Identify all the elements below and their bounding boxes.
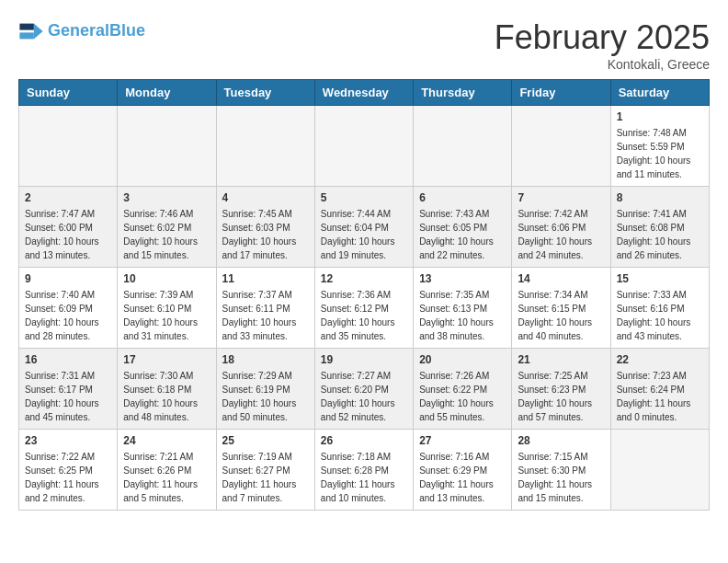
day-info: Sunrise: 7:37 AM Sunset: 6:11 PM Dayligh… xyxy=(222,288,309,343)
day-number: 8 xyxy=(617,191,703,204)
logo-text: GeneralBlue xyxy=(48,22,145,40)
day-number: 27 xyxy=(419,434,506,447)
month-title: February 2025 xyxy=(495,18,710,57)
calendar-week-row: 1Sunrise: 7:48 AM Sunset: 5:59 PM Daylig… xyxy=(19,106,710,187)
calendar-day-cell: 11Sunrise: 7:37 AM Sunset: 6:11 PM Dayli… xyxy=(216,268,314,349)
calendar-day-cell: 15Sunrise: 7:33 AM Sunset: 6:16 PM Dayli… xyxy=(610,268,709,349)
calendar-day-cell: 8Sunrise: 7:41 AM Sunset: 6:08 PM Daylig… xyxy=(610,187,709,268)
calendar-day-cell: 5Sunrise: 7:44 AM Sunset: 6:04 PM Daylig… xyxy=(314,187,413,268)
calendar-week-row: 16Sunrise: 7:31 AM Sunset: 6:17 PM Dayli… xyxy=(19,349,710,430)
day-number: 2 xyxy=(25,191,111,204)
day-info: Sunrise: 7:44 AM Sunset: 6:04 PM Dayligh… xyxy=(321,207,407,262)
day-info: Sunrise: 7:25 AM Sunset: 6:23 PM Dayligh… xyxy=(518,369,604,424)
day-number: 10 xyxy=(123,272,210,285)
weekday-header: Monday xyxy=(118,80,216,106)
svg-rect-3 xyxy=(19,32,33,39)
day-number: 26 xyxy=(321,434,407,447)
calendar-day-cell: 12Sunrise: 7:36 AM Sunset: 6:12 PM Dayli… xyxy=(314,268,413,349)
weekday-header: Saturday xyxy=(610,80,709,106)
day-number: 6 xyxy=(419,191,506,204)
calendar-day-cell: 3Sunrise: 7:46 AM Sunset: 6:02 PM Daylig… xyxy=(118,187,216,268)
weekday-header: Tuesday xyxy=(216,80,314,106)
calendar-day-cell: 7Sunrise: 7:42 AM Sunset: 6:06 PM Daylig… xyxy=(512,187,610,268)
calendar-day-cell xyxy=(414,106,512,187)
calendar-day-cell: 26Sunrise: 7:18 AM Sunset: 6:28 PM Dayli… xyxy=(314,430,413,511)
page-header: GeneralBlue February 2025 Kontokali, Gre… xyxy=(18,18,710,72)
day-info: Sunrise: 7:34 AM Sunset: 6:15 PM Dayligh… xyxy=(518,288,604,343)
calendar-day-cell: 28Sunrise: 7:15 AM Sunset: 6:30 PM Dayli… xyxy=(512,430,610,511)
calendar-day-cell: 25Sunrise: 7:19 AM Sunset: 6:27 PM Dayli… xyxy=(216,430,314,511)
calendar-day-cell: 14Sunrise: 7:34 AM Sunset: 6:15 PM Dayli… xyxy=(512,268,610,349)
day-number: 9 xyxy=(25,272,111,285)
calendar-day-cell: 21Sunrise: 7:25 AM Sunset: 6:23 PM Dayli… xyxy=(512,349,610,430)
day-info: Sunrise: 7:29 AM Sunset: 6:19 PM Dayligh… xyxy=(222,369,309,424)
calendar-day-cell: 18Sunrise: 7:29 AM Sunset: 6:19 PM Dayli… xyxy=(216,349,314,430)
day-number: 22 xyxy=(617,353,703,366)
day-number: 13 xyxy=(419,272,506,285)
logo: GeneralBlue xyxy=(18,18,145,44)
day-number: 19 xyxy=(321,353,407,366)
day-number: 25 xyxy=(222,434,309,447)
day-number: 15 xyxy=(617,272,703,285)
day-info: Sunrise: 7:39 AM Sunset: 6:10 PM Dayligh… xyxy=(123,288,210,343)
calendar-week-row: 9Sunrise: 7:40 AM Sunset: 6:09 PM Daylig… xyxy=(19,268,710,349)
day-number: 24 xyxy=(123,434,210,447)
day-info: Sunrise: 7:19 AM Sunset: 6:27 PM Dayligh… xyxy=(222,450,309,505)
calendar-day-cell xyxy=(512,106,610,187)
logo-icon xyxy=(18,18,44,44)
day-info: Sunrise: 7:16 AM Sunset: 6:29 PM Dayligh… xyxy=(419,450,506,505)
calendar-day-cell: 22Sunrise: 7:23 AM Sunset: 6:24 PM Dayli… xyxy=(610,349,709,430)
weekday-header: Sunday xyxy=(19,80,118,106)
location: Kontokali, Greece xyxy=(495,57,710,72)
day-info: Sunrise: 7:23 AM Sunset: 6:24 PM Dayligh… xyxy=(617,369,703,424)
day-info: Sunrise: 7:33 AM Sunset: 6:16 PM Dayligh… xyxy=(617,288,703,343)
calendar-day-cell xyxy=(118,106,216,187)
weekday-header: Friday xyxy=(512,80,610,106)
day-number: 21 xyxy=(518,353,604,366)
day-info: Sunrise: 7:21 AM Sunset: 6:26 PM Dayligh… xyxy=(123,450,210,505)
calendar-week-row: 2Sunrise: 7:47 AM Sunset: 6:00 PM Daylig… xyxy=(19,187,710,268)
day-number: 7 xyxy=(518,191,604,204)
calendar-day-cell xyxy=(19,106,118,187)
calendar-day-cell: 10Sunrise: 7:39 AM Sunset: 6:10 PM Dayli… xyxy=(118,268,216,349)
calendar-day-cell xyxy=(216,106,314,187)
day-info: Sunrise: 7:35 AM Sunset: 6:13 PM Dayligh… xyxy=(419,288,506,343)
weekday-header: Wednesday xyxy=(314,80,413,106)
calendar-day-cell: 17Sunrise: 7:30 AM Sunset: 6:18 PM Dayli… xyxy=(118,349,216,430)
day-info: Sunrise: 7:27 AM Sunset: 6:20 PM Dayligh… xyxy=(321,369,407,424)
day-number: 23 xyxy=(25,434,111,447)
day-info: Sunrise: 7:46 AM Sunset: 6:02 PM Dayligh… xyxy=(123,207,210,262)
day-info: Sunrise: 7:36 AM Sunset: 6:12 PM Dayligh… xyxy=(321,288,407,343)
day-number: 12 xyxy=(321,272,407,285)
calendar-day-cell: 9Sunrise: 7:40 AM Sunset: 6:09 PM Daylig… xyxy=(19,268,118,349)
calendar-day-cell: 2Sunrise: 7:47 AM Sunset: 6:00 PM Daylig… xyxy=(19,187,118,268)
day-info: Sunrise: 7:48 AM Sunset: 5:59 PM Dayligh… xyxy=(617,126,703,181)
day-number: 17 xyxy=(123,353,210,366)
day-info: Sunrise: 7:40 AM Sunset: 6:09 PM Dayligh… xyxy=(25,288,111,343)
day-number: 4 xyxy=(222,191,309,204)
day-info: Sunrise: 7:26 AM Sunset: 6:22 PM Dayligh… xyxy=(419,369,506,424)
calendar-day-cell: 13Sunrise: 7:35 AM Sunset: 6:13 PM Dayli… xyxy=(414,268,512,349)
day-number: 11 xyxy=(222,272,309,285)
title-block: February 2025 Kontokali, Greece xyxy=(495,18,710,72)
day-info: Sunrise: 7:43 AM Sunset: 6:05 PM Dayligh… xyxy=(419,207,506,262)
calendar-day-cell: 27Sunrise: 7:16 AM Sunset: 6:29 PM Dayli… xyxy=(414,430,512,511)
day-info: Sunrise: 7:45 AM Sunset: 6:03 PM Dayligh… xyxy=(222,207,309,262)
calendar: SundayMondayTuesdayWednesdayThursdayFrid… xyxy=(18,79,710,511)
calendar-day-cell: 23Sunrise: 7:22 AM Sunset: 6:25 PM Dayli… xyxy=(19,430,118,511)
calendar-week-row: 23Sunrise: 7:22 AM Sunset: 6:25 PM Dayli… xyxy=(19,430,710,511)
day-info: Sunrise: 7:15 AM Sunset: 6:30 PM Dayligh… xyxy=(518,450,604,505)
day-number: 1 xyxy=(617,110,703,123)
day-info: Sunrise: 7:30 AM Sunset: 6:18 PM Dayligh… xyxy=(123,369,210,424)
calendar-day-cell: 24Sunrise: 7:21 AM Sunset: 6:26 PM Dayli… xyxy=(118,430,216,511)
calendar-day-cell: 4Sunrise: 7:45 AM Sunset: 6:03 PM Daylig… xyxy=(216,187,314,268)
day-number: 20 xyxy=(419,353,506,366)
day-info: Sunrise: 7:31 AM Sunset: 6:17 PM Dayligh… xyxy=(25,369,111,424)
day-number: 28 xyxy=(518,434,604,447)
svg-rect-2 xyxy=(19,24,33,30)
calendar-day-cell xyxy=(314,106,413,187)
day-number: 18 xyxy=(222,353,309,366)
day-number: 3 xyxy=(123,191,210,204)
day-info: Sunrise: 7:42 AM Sunset: 6:06 PM Dayligh… xyxy=(518,207,604,262)
day-info: Sunrise: 7:22 AM Sunset: 6:25 PM Dayligh… xyxy=(25,450,111,505)
